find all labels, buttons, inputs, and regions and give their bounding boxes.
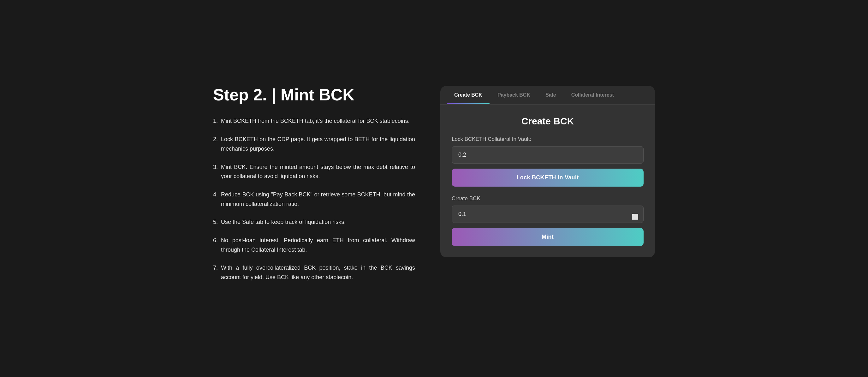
step-item-7: With a fully overcollateralized BCK posi… — [213, 263, 415, 282]
panel-body: Create BCK Lock BCKETH Collateral In Vau… — [440, 105, 655, 257]
step-text-7: With a fully overcollateralized BCK posi… — [221, 263, 415, 282]
lock-bcketh-button[interactable]: Lock BCKETH In Vault — [452, 169, 644, 186]
step-text-3: Mint BCK. Ensure the minted amount stays… — [221, 163, 415, 181]
left-content: Step 2. | Mint BCK Mint BCKETH from the … — [213, 86, 415, 291]
page-title: Step 2. | Mint BCK — [213, 86, 415, 104]
tabs-header: Create BCK Payback BCK Safe Collateral I… — [440, 86, 655, 105]
lock-collateral-section: Lock BCKETH Collateral In Vault: Lock BC… — [452, 136, 644, 196]
create-bck-input[interactable] — [452, 206, 644, 223]
page-container: Step 2. | Mint BCK Mint BCKETH from the … — [213, 86, 655, 291]
step-item-2: Lock BCKETH on the CDP page. It gets wra… — [213, 135, 415, 153]
step-text-4: Reduce BCK using "Pay Back BCK" or retri… — [221, 190, 415, 209]
input-icon: ⬜ — [631, 213, 639, 221]
create-bck-label: Create BCK: — [452, 196, 644, 202]
panel-title: Create BCK — [452, 116, 644, 126]
step-text-2: Lock BCKETH on the CDP page. It gets wra… — [221, 135, 415, 153]
tab-collateral-interest[interactable]: Collateral Interest — [564, 86, 621, 104]
step-text-6: No post-loan interest. Periodically earn… — [221, 236, 415, 255]
tab-create-bck[interactable]: Create BCK — [446, 86, 490, 104]
step-text-5: Use the Safe tab to keep track of liquid… — [221, 218, 415, 227]
lock-collateral-input[interactable] — [452, 146, 644, 164]
tab-payback-bck[interactable]: Payback BCK — [490, 86, 538, 104]
step-item-5: Use the Safe tab to keep track of liquid… — [213, 218, 415, 227]
step-text-1: Mint BCKETH from the BCKETH tab; it's th… — [221, 117, 415, 126]
mint-button[interactable]: Mint — [452, 228, 644, 246]
lock-collateral-label: Lock BCKETH Collateral In Vault: — [452, 136, 644, 142]
steps-list: Mint BCKETH from the BCKETH tab; it's th… — [213, 117, 415, 282]
step-item-1: Mint BCKETH from the BCKETH tab; it's th… — [213, 117, 415, 126]
right-panel: Create BCK Payback BCK Safe Collateral I… — [440, 86, 655, 257]
step-item-4: Reduce BCK using "Pay Back BCK" or retri… — [213, 190, 415, 209]
step-item-6: No post-loan interest. Periodically earn… — [213, 236, 415, 255]
create-bck-section: Create BCK: ⬜ Mint — [452, 196, 644, 246]
create-bck-input-wrapper: ⬜ — [452, 206, 644, 228]
step-item-3: Mint BCK. Ensure the minted amount stays… — [213, 163, 415, 181]
tab-safe[interactable]: Safe — [538, 86, 564, 104]
